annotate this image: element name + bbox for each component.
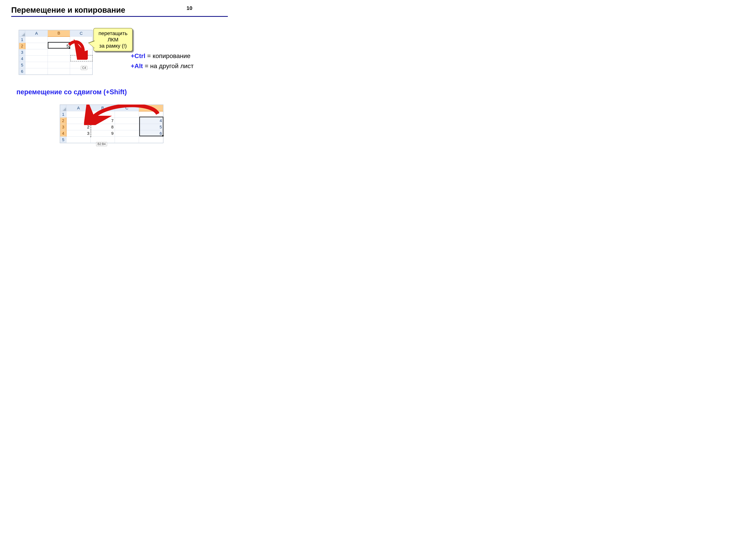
row-header[interactable]: 2: [60, 117, 67, 124]
col-header-B[interactable]: B: [48, 30, 70, 36]
cell-tooltip: C4: [81, 66, 87, 70]
cell[interactable]: [115, 117, 139, 124]
cell-D4[interactable]: 6: [139, 130, 163, 137]
row-header[interactable]: 1: [60, 111, 67, 117]
hint-ctrl: +Ctrl = копирование: [131, 51, 194, 61]
range-tooltip: B2:B4: [96, 142, 107, 146]
spreadsheet-top: A B C 1 2 5 3 4 5 6 C4: [19, 30, 93, 75]
cell-B2[interactable]: 5: [48, 43, 70, 49]
cell[interactable]: [115, 124, 139, 130]
row-header[interactable]: 3: [19, 49, 25, 56]
row-header[interactable]: 2: [19, 43, 25, 49]
col-header-D[interactable]: D: [139, 105, 163, 111]
subheading: перемещение со сдвигом (+Shift): [17, 88, 127, 96]
row-header[interactable]: 5: [19, 62, 25, 68]
cell-B2[interactable]: 7: [91, 117, 115, 124]
row-header[interactable]: 5: [60, 137, 67, 143]
row-header[interactable]: 4: [60, 130, 67, 137]
cell-B3[interactable]: 8: [91, 124, 115, 130]
spreadsheet-bottom-table: A B C D 1 2 1 7 4 3 2 8 5 4 3 9: [60, 105, 163, 143]
spreadsheet-bottom: A B C D 1 2 1 7 4 3 2 8 5 4 3 9: [60, 105, 163, 143]
row-header[interactable]: 4: [19, 56, 25, 62]
col-header-C[interactable]: C: [115, 105, 139, 111]
col-header-A[interactable]: A: [25, 30, 48, 36]
cell[interactable]: [115, 130, 139, 137]
page-title: Перемещение и копирование: [11, 6, 228, 15]
cell-B4[interactable]: 9: [91, 130, 115, 137]
hint-alt-text: = на другой лист: [143, 62, 194, 70]
col-header-A[interactable]: A: [66, 105, 91, 111]
callout-line1: перетащить ЛКМ: [98, 30, 127, 43]
corner-cell[interactable]: [60, 105, 67, 111]
callout-line2: за рамку (!): [99, 43, 127, 49]
hint-alt-key: +Alt: [131, 62, 143, 70]
row-header[interactable]: 3: [60, 124, 67, 130]
hint-alt: +Alt = на другой лист: [131, 61, 194, 71]
row-header[interactable]: 6: [19, 68, 25, 75]
title-rule: [11, 16, 228, 17]
cell-A3[interactable]: 2: [66, 124, 91, 130]
cell-A2[interactable]: 1: [66, 117, 91, 124]
col-header-C[interactable]: C: [70, 30, 93, 36]
cell-A4[interactable]: 3: [66, 130, 91, 137]
row-header[interactable]: 1: [19, 36, 25, 43]
modifier-hints: +Ctrl = копирование +Alt = на другой лис…: [131, 51, 194, 71]
corner-cell[interactable]: [19, 30, 25, 36]
hint-ctrl-text: = копирование: [145, 52, 190, 59]
hint-ctrl-key: +Ctrl: [131, 52, 145, 59]
slide: 10 Перемещение и копирование A B C 1 2 5…: [0, 0, 239, 179]
page-number: 10: [186, 5, 192, 11]
cell-D2[interactable]: 4: [139, 117, 163, 124]
cell-D3[interactable]: 5: [139, 124, 163, 130]
col-header-B[interactable]: B: [91, 105, 115, 111]
cell[interactable]: [25, 43, 48, 49]
callout-tip: перетащить ЛКМ за рамку (!): [93, 28, 133, 51]
